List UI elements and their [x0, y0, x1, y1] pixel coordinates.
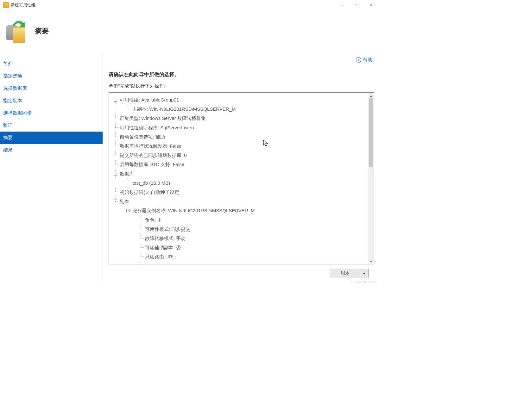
header-band: 摘要 [0, 10, 380, 52]
sidebar-item-summary[interactable]: 摘要 [0, 132, 103, 144]
tree-listener: 可用性组侦听程序: SqlServerListen [113, 123, 367, 132]
tree-readonly-url: 只读路由 URL: [138, 252, 367, 261]
sidebar-item-intro[interactable]: 简介 [0, 58, 103, 70]
summary-tree-panel: - 可用性组: AvailableGroup01 主副本: WIN-N9LIG2… [109, 92, 374, 264]
tree-server-instance[interactable]: - 服务器实例名称: WIN-N9LIG201RSD\MSSQLSERVER_M… [125, 206, 367, 264]
tree-ag-root[interactable]: - 可用性组: AvailableGroup01 主副本: WIN-N9LIG2… [113, 95, 367, 114]
help-link[interactable]: ? 帮助 [356, 57, 372, 63]
script-dropdown-button[interactable]: ▼ [360, 269, 368, 278]
summary-tree[interactable]: - 可用性组: AvailableGroup01 主副本: WIN-N9LIG2… [109, 93, 368, 264]
window-title: 新建可用性组 [11, 2, 335, 8]
tree-required-synced: 提交所需的已同步辅助数据库: 0 [113, 151, 367, 160]
sidebar-item-replicas[interactable]: 指定副本 [0, 95, 103, 107]
scroll-up-icon[interactable]: ▲ [368, 93, 374, 98]
scroll-thumb[interactable] [369, 98, 373, 167]
confirm-heading: 请确认在此向导中所做的选择。 [109, 71, 374, 78]
sidebar-item-data-sync[interactable]: 选择数据同步 [0, 107, 103, 119]
minimize-button[interactable]: — [335, 0, 350, 10]
tree-readable-secondary: 可读辅助副本: 否 [138, 243, 367, 252]
instructions-text: 单击"完成"以执行下列操作: [109, 83, 374, 89]
sidebar-item-options[interactable]: 指定选项 [0, 70, 103, 82]
wizard-sidebar: 简介 指定选项 选择数据库 指定副本 选择数据同步 验证 摘要 结果 [0, 52, 103, 283]
tree-database-item: test_db (16.0 MB) [125, 178, 367, 188]
footer-bar: 脚本 ▼ [109, 264, 374, 280]
collapse-icon[interactable]: - [126, 209, 130, 212]
tree-backup-pref: 自动备份首选项: 辅助 [113, 132, 367, 141]
wizard-icon [5, 20, 28, 42]
vertical-scrollbar[interactable]: ▲ ▼ [368, 93, 374, 264]
tree-replicas[interactable]: - 副本 - 服务器实例名称: WIN-N9LIG201RSD\MSSQLSER… [113, 197, 367, 264]
collapse-icon[interactable]: - [114, 98, 117, 102]
content-panel: ? 帮助 请确认在此向导中所做的选择。 单击"完成"以执行下列操作: - 可用性… [103, 52, 380, 283]
script-split-button[interactable]: 脚本 ▼ [330, 269, 369, 278]
collapse-icon[interactable]: - [114, 200, 117, 203]
window-controls: — □ ✕ [335, 0, 379, 10]
tree-initial-sync: 初始数据同步: 自动种子设定 [113, 188, 367, 197]
sidebar-item-results[interactable]: 结果 [0, 144, 103, 156]
tree-cluster-type: 群集类型: Windows Server 故障转移群集 [113, 114, 367, 123]
tree-primary-replica: 主副本: WIN-N9LIG201RSD\MSSQLSERVER_M [125, 104, 367, 114]
titlebar: 新建可用性组 — □ ✕ [0, 0, 380, 10]
tree-availability-mode: 可用性模式: 同步提交 [138, 225, 367, 234]
watermark-text: CSDN @Patanis [351, 280, 377, 283]
tree-databases[interactable]: - 数据库 test_db (16.0 MB) [113, 169, 367, 188]
scroll-down-icon[interactable]: ▼ [368, 258, 374, 264]
tree-readonly-list: 只读路由列表: [138, 262, 367, 264]
collapse-icon[interactable]: - [114, 172, 117, 176]
script-button[interactable]: 脚本 [330, 269, 360, 278]
app-icon [3, 2, 9, 8]
tree-db-health: 数据库运行状况触发器: False [113, 141, 367, 151]
help-icon: ? [356, 57, 361, 63]
sidebar-item-select-db[interactable]: 选择数据库 [0, 82, 103, 95]
sidebar-item-validation[interactable]: 验证 [0, 119, 103, 132]
tree-label: 可用性组: AvailableGroup01 [120, 97, 179, 102]
help-label: 帮助 [363, 57, 372, 63]
maximize-button[interactable]: □ [350, 0, 364, 10]
tree-dtc-support: 启用每数据库 DTC 支持: False [113, 160, 367, 169]
page-title: 摘要 [35, 26, 49, 36]
tree-role: 角色: 主 [138, 215, 367, 225]
close-button[interactable]: ✕ [364, 0, 379, 10]
tree-failover-mode: 故障转移模式: 手动 [138, 234, 367, 243]
